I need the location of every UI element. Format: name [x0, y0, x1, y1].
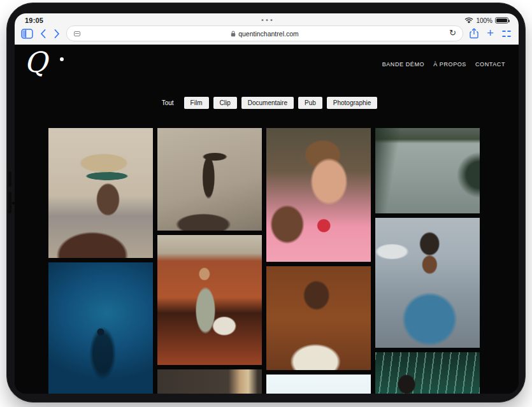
gallery-item-man-straw-hat[interactable]: [48, 128, 153, 258]
filter-pub[interactable]: Pub: [298, 97, 322, 109]
new-tab-icon[interactable]: +: [487, 27, 494, 39]
tab-overview-icon[interactable]: [502, 29, 511, 38]
gallery-item-blue-night[interactable]: [48, 262, 153, 394]
filter-clip[interactable]: Clip: [213, 97, 237, 109]
share-icon[interactable]: [470, 28, 478, 39]
wifi-icon: [464, 17, 473, 24]
gallery-item-dark-closeup[interactable]: [157, 369, 262, 394]
nav-a-propos[interactable]: À PROPOS: [433, 61, 466, 68]
safari-chrome: 19:05 100%: [15, 13, 519, 45]
site-logo[interactable]: Q: [24, 47, 47, 78]
webpage: Q BANDE DÉMO À PROPOS CONTACT Tout Film …: [15, 45, 519, 394]
filter-photographie[interactable]: Photographie: [327, 97, 378, 109]
battery-icon: [495, 17, 508, 24]
gallery-item-woman-white-dog[interactable]: [157, 235, 262, 365]
gallery-item-pale-blue[interactable]: [266, 375, 371, 394]
gallery-item-green-tunnel[interactable]: [375, 352, 480, 394]
gallery-column-2: [157, 128, 262, 394]
back-button[interactable]: [40, 29, 46, 38]
status-bar: 19:05 100%: [15, 13, 519, 25]
nav-bande-demo[interactable]: BANDE DÉMO: [382, 61, 425, 68]
gallery-item-couple-pink[interactable]: [266, 128, 371, 262]
filter-film[interactable]: Film: [184, 97, 209, 109]
lock-icon: [231, 31, 236, 37]
logo-dot: [60, 57, 64, 61]
portfolio-gallery: [48, 128, 480, 394]
filter-bar: Tout Film Clip Documentaire Pub Photogra…: [15, 97, 519, 109]
filter-tout[interactable]: Tout: [156, 97, 180, 108]
multitasking-handle-icon[interactable]: [261, 19, 272, 21]
gallery-column-4: [375, 128, 480, 394]
sidebar-toggle-icon[interactable]: [21, 29, 33, 39]
address-bar[interactable]: quentinchantrel.com ↻: [66, 25, 463, 41]
filter-documentaire[interactable]: Documentaire: [241, 97, 294, 109]
battery-percent: 100%: [476, 17, 492, 24]
clock: 19:05: [25, 17, 43, 24]
tablet-frame: 19:05 100%: [6, 3, 526, 403]
nav-contact[interactable]: CONTACT: [475, 61, 505, 68]
gallery-column-3: [266, 128, 371, 394]
gallery-item-silhouette-rock[interactable]: [157, 128, 262, 231]
volume-up-button[interactable]: [8, 171, 11, 187]
safari-toolbar: quentinchantrel.com ↻ +: [15, 25, 519, 45]
gallery-item-river-aerial[interactable]: [375, 128, 480, 213]
reload-icon[interactable]: ↻: [449, 28, 456, 38]
site-nav: BANDE DÉMO À PROPOS CONTACT: [382, 61, 505, 68]
volume-down-button[interactable]: [8, 192, 11, 213]
tablet-screen: 19:05 100%: [15, 13, 519, 394]
gallery-item-shush-woman[interactable]: [266, 266, 371, 370]
url-text: quentinchantrel.com: [238, 30, 299, 38]
gallery-item-man-bicycle[interactable]: [375, 218, 480, 348]
forward-button[interactable]: [54, 29, 60, 38]
gallery-column-1: [48, 128, 153, 394]
